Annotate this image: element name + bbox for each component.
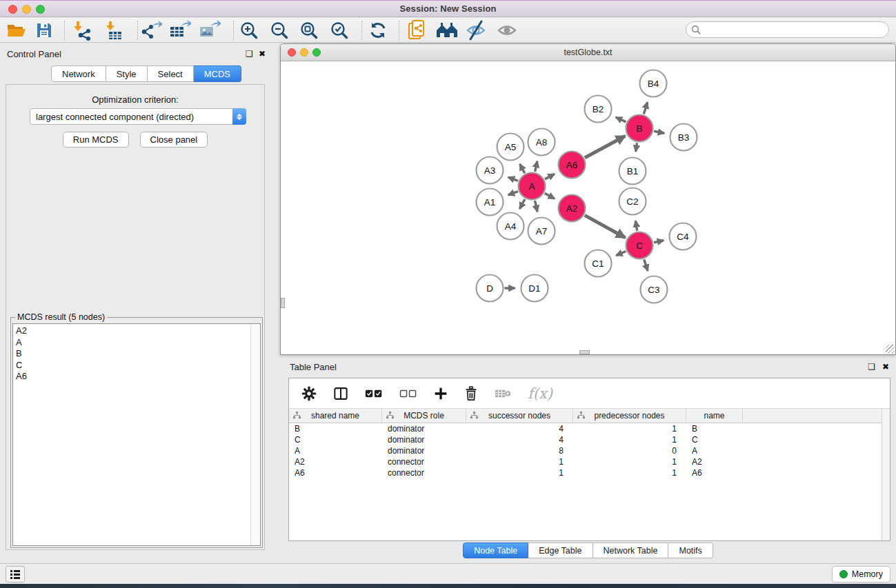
network-canvas[interactable]: B4B2BB3A8A5A6A3B1AA1C2A2A4A7C4CC1C3DD1 [281,62,895,354]
table-cell[interactable]: connector [382,467,466,478]
list-scrollbar[interactable] [250,324,260,545]
mcds-result-item[interactable]: A6 [16,371,260,383]
graph-node-A4[interactable]: A4 [497,213,524,240]
graph-edge-A2-C[interactable] [585,215,626,237]
graph-edge-A-A2[interactable] [545,193,555,199]
tab-network-table[interactable]: Network Table [593,543,669,558]
table-cell[interactable]: 8 [466,445,573,456]
graph-edge-C-C2[interactable] [635,221,637,231]
table-cell[interactable]: A6 [289,467,382,478]
graph-node-B3[interactable]: B3 [670,124,697,151]
graph-edge-C-C1[interactable] [616,252,626,256]
mcds-result-list[interactable]: A2ABCA6 [12,323,261,546]
table-cell[interactable]: 4 [466,423,573,434]
deselect-all-icon[interactable] [399,388,417,399]
refresh-layout-icon[interactable] [366,19,390,41]
column-header-mcds-role[interactable]: MCDS role [382,409,466,423]
zoom-in-icon[interactable] [237,19,261,41]
table-cell[interactable]: A2 [686,456,743,467]
delete-column-icon[interactable] [464,386,478,401]
table-cell[interactable]: dominator [382,423,466,434]
table-row[interactable]: A2connector11A2 [289,456,882,467]
table-cell[interactable]: B [289,423,382,434]
float-panel-icon[interactable]: ❑ [246,49,253,59]
table-cell[interactable]: connector [382,456,466,467]
open-folder-icon[interactable] [4,19,29,41]
close-table-panel-icon[interactable]: ✖ [882,362,889,372]
table-cell[interactable]: 1 [466,467,573,478]
table-cell[interactable]: A [289,445,382,456]
graph-edge-C-C4[interactable] [654,241,664,243]
tab-style[interactable]: Style [106,65,148,82]
run-mcds-button[interactable]: Run MCDS [63,132,129,148]
select-all-icon[interactable] [365,388,383,399]
search-input[interactable] [701,23,888,37]
graph-edge-B-B4[interactable] [644,102,647,114]
column-header-name[interactable]: name [686,409,743,423]
graph-node-A[interactable]: A [519,173,546,200]
tab-mcds[interactable]: MCDS [194,65,241,82]
export-table-icon[interactable] [168,19,192,41]
graph-node-A3[interactable]: A3 [477,157,504,184]
column-header-shared-name[interactable]: shared name [289,409,382,423]
graph-node-B2[interactable]: B2 [585,96,612,123]
graph-node-A6[interactable]: A6 [559,152,586,179]
table-cell[interactable]: 0 [573,445,686,456]
table-cell[interactable]: B [686,423,743,434]
import-network-icon[interactable] [70,19,95,41]
add-column-icon[interactable] [434,387,448,401]
table-cell[interactable]: C [289,434,382,445]
table-cell[interactable]: 4 [466,434,573,445]
table-cell[interactable]: 1 [466,456,573,467]
zoom-fit-icon[interactable] [297,19,321,41]
zoom-selected-icon[interactable] [327,19,352,41]
task-history-button[interactable] [6,566,25,582]
graph-node-A8[interactable]: A8 [528,129,555,156]
graph-node-C1[interactable]: C1 [585,250,612,277]
table-cell[interactable]: dominator [382,445,466,456]
graph-edge-A-A5[interactable] [520,164,525,173]
table-cell[interactable]: C [686,434,743,445]
graph-node-A5[interactable]: A5 [497,134,524,161]
tab-node-table[interactable]: Node Table [463,543,528,558]
column-header-predecessor-nodes[interactable]: predecessor nodes [573,409,686,423]
graph-node-D[interactable]: D [477,275,504,302]
graph-edge-A-A7[interactable] [535,201,538,212]
graph-edge-A-A1[interactable] [508,192,518,195]
table-settings-gear-icon[interactable] [301,386,317,401]
mcds-result-item[interactable]: A [16,337,260,349]
import-table-icon[interactable] [101,19,126,41]
graph-node-B4[interactable]: B4 [640,70,667,97]
close-panel-icon[interactable]: ✖ [259,49,266,59]
graph-node-A2[interactable]: A2 [559,195,586,222]
zoom-out-icon[interactable] [267,19,292,41]
graph-edge-A-A6[interactable] [545,174,555,179]
graph-node-A7[interactable]: A7 [528,218,555,245]
table-cell[interactable]: dominator [382,434,466,445]
graph-edge-A-A4[interactable] [519,199,525,209]
graph-node-C[interactable]: C [626,232,653,259]
bottom-split-handle[interactable] [579,350,590,354]
graph-edge-B-B3[interactable] [654,131,664,133]
graph-node-A1[interactable]: A1 [477,189,504,216]
mcds-result-item[interactable]: B [16,348,260,360]
delete-table-icon[interactable] [495,388,511,399]
table-row[interactable]: Adominator80A [289,445,882,456]
tab-edge-table[interactable]: Edge Table [528,543,593,558]
graph-node-B1[interactable]: B1 [619,158,646,185]
optimization-criterion-select[interactable]: largest connected component (directed) [30,108,246,125]
column-header-successor-nodes[interactable]: successor nodes [466,409,573,423]
graph-edge-A6-B[interactable] [585,136,625,158]
table-cell[interactable]: A [686,445,743,456]
save-icon[interactable] [32,19,57,41]
export-image-icon[interactable] [197,19,222,41]
left-split-handle[interactable] [281,298,285,308]
graph-edge-B-B2[interactable] [616,117,626,122]
table-cell[interactable]: A6 [686,467,743,478]
table-cell[interactable]: 1 [573,467,686,478]
table-cell[interactable]: A2 [289,456,382,467]
resize-grip[interactable] [886,345,895,354]
graph-node-B[interactable]: B [626,115,653,142]
tab-select[interactable]: Select [148,65,194,82]
new-network-icon[interactable] [405,19,430,41]
